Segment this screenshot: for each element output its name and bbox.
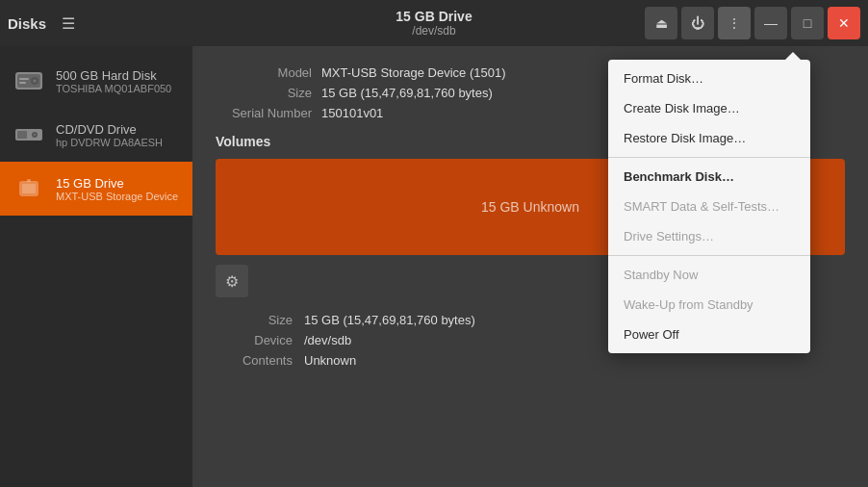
sidebar: 500 GB Hard Disk TOSHIBA MQ01ABF050 CD/D… [0,46,192,487]
titlebar-left: Disks ☰ [8,9,83,38]
size-value: 15 GB (15,47,69,81,760 bytes) [321,86,493,100]
serial-value: 150101v01 [321,106,383,120]
app-title: Disks [8,15,46,32]
model-value: MXT-USB Storage Device (1501) [321,65,505,80]
menu-divider-1 [608,157,810,158]
usb-disk-icon [12,171,46,206]
minimize-icon: — [764,15,778,31]
hdd-item-info: 500 GB Hard Disk TOSHIBA MQ01ABF050 [56,68,171,94]
svg-rect-11 [22,184,36,193]
minimize-button[interactable]: — [754,7,787,39]
menu-item-create-disk-image[interactable]: Create Disk Image… [608,93,810,123]
titlebar-right: ⏏ ⏻ ⋮ — □ ✕ [645,7,860,39]
sidebar-item-usb[interactable]: 15 GB Drive MXT-USB Storage Device [0,162,192,216]
power-button[interactable]: ⏻ [681,7,714,39]
svg-rect-12 [27,179,31,182]
hamburger-icon: ☰ [62,15,75,32]
drive-subtitle: /dev/sdb [396,24,472,38]
svg-rect-5 [19,82,26,84]
dropdown-menu: Format Disk… Create Disk Image… Restore … [608,60,810,353]
eject-button[interactable]: ⏏ [645,7,677,39]
model-label: Model [216,65,312,80]
more-button[interactable]: ⋮ [718,7,751,39]
svg-point-3 [34,80,37,83]
close-button[interactable]: ✕ [828,7,860,39]
vol-size-value: 15 GB (15,47,69,81,760 bytes) [304,313,475,327]
vol-contents-value: Unknown [304,353,356,368]
more-icon: ⋮ [728,15,741,31]
menu-item-drive-settings: Drive Settings… [608,221,810,251]
hdd-disk-icon [12,64,46,98]
volume-block-label: 15 GB Unknown [481,199,579,215]
dvd-item-sub: hp DVDRW DA8AESH [56,137,163,148]
menu-item-smart-data: SMART Data & Self-Tests… [608,192,810,221]
usb-item-sub: MXT-USB Storage Device [56,191,178,202]
titlebar: Disks ☰ 15 GB Drive /dev/sdb ⏏ ⏻ ⋮ — □ ✕ [0,0,868,46]
sidebar-item-hdd[interactable]: 500 GB Hard Disk TOSHIBA MQ01ABF050 [0,54,192,108]
menu-item-restore-disk-image[interactable]: Restore Disk Image… [608,123,810,153]
svg-point-9 [34,134,36,136]
usb-item-name: 15 GB Drive [56,176,178,191]
menu-item-standby-now: Standby Now [608,260,810,290]
svg-rect-7 [17,131,27,139]
vol-size-label: Size [216,313,293,327]
menu-divider-2 [608,255,810,256]
drive-title: 15 GB Drive [396,9,472,24]
menu-item-format-disk[interactable]: Format Disk… [608,64,810,93]
eject-icon: ⏏ [655,15,668,31]
gear-icon: ⚙ [225,272,239,291]
hdd-item-name: 500 GB Hard Disk [56,68,171,83]
vol-device-label: Device [216,333,293,347]
maximize-icon: □ [804,15,811,31]
usb-item-info: 15 GB Drive MXT-USB Storage Device [56,176,178,202]
sidebar-item-dvd[interactable]: CD/DVD Drive hp DVDRW DA8AESH [0,108,192,162]
power-icon: ⏻ [691,15,704,31]
hamburger-menu-button[interactable]: ☰ [54,9,83,38]
volume-gear-button[interactable]: ⚙ [216,265,248,297]
vol-device-value: /dev/sdb [304,333,351,347]
menu-arrow [785,52,801,60]
vol-contents-row: Contents Unknown [216,353,845,368]
hdd-item-sub: TOSHIBA MQ01ABF050 [56,83,171,94]
size-label: Size [216,86,312,100]
menu-item-power-off[interactable]: Power Off [608,320,810,349]
menu-item-wakeup-standby: Wake-Up from Standby [608,290,810,320]
menu-item-benchmark-disk[interactable]: Benchmark Disk… [608,162,810,192]
maximize-button[interactable]: □ [791,7,824,39]
dvd-disk-icon [12,117,46,152]
svg-rect-4 [19,78,29,80]
serial-label: Serial Number [216,106,312,120]
dvd-item-info: CD/DVD Drive hp DVDRW DA8AESH [56,122,163,148]
close-icon: ✕ [838,15,850,31]
titlebar-center: 15 GB Drive /dev/sdb [396,9,472,38]
dvd-item-name: CD/DVD Drive [56,122,163,137]
vol-contents-label: Contents [216,353,293,368]
